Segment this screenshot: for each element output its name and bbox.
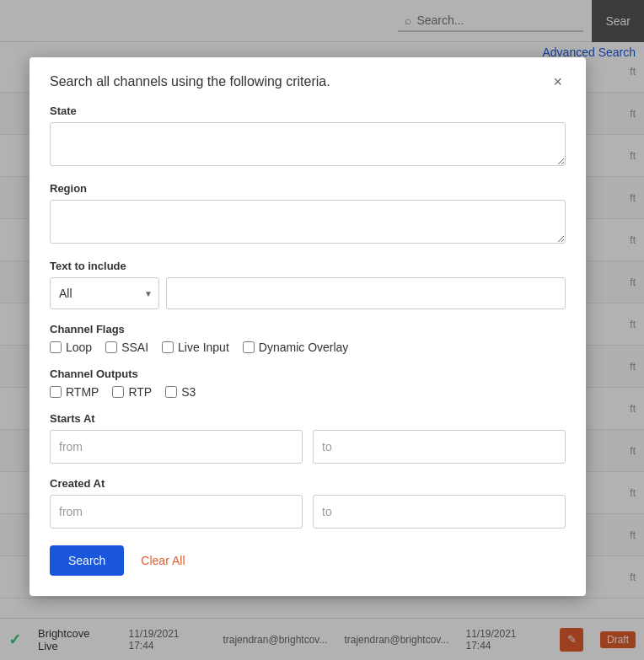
starts-at-row xyxy=(50,430,566,464)
flag-loop[interactable]: Loop xyxy=(50,341,92,354)
dialog-header: Search all channels using the following … xyxy=(50,74,566,89)
flags-row: Loop SSAI Live Input Dynamic Overlay xyxy=(50,341,566,354)
output-rtmp-label: RTMP xyxy=(66,385,99,399)
starts-at-from-input[interactable] xyxy=(50,430,303,464)
flag-loop-label: Loop xyxy=(66,341,92,354)
action-row: Search Clear All xyxy=(50,545,566,576)
flag-dynamic-overlay[interactable]: Dynamic Overlay xyxy=(243,341,349,354)
channel-flags-section: Channel Flags Loop SSAI Live Input Dynam… xyxy=(50,323,566,354)
text-include-label: Text to include xyxy=(50,260,566,272)
output-rtp-checkbox[interactable] xyxy=(112,386,124,398)
output-s3-checkbox[interactable] xyxy=(165,386,177,398)
starts-at-to-input[interactable] xyxy=(313,430,566,464)
flag-dynamic-overlay-checkbox[interactable] xyxy=(243,341,255,353)
dialog-title: Search all channels using the following … xyxy=(50,74,330,89)
output-rtmp[interactable]: RTMP xyxy=(50,385,99,399)
text-include-input[interactable] xyxy=(166,277,566,309)
region-input[interactable] xyxy=(50,200,566,244)
region-section: Region xyxy=(50,182,566,246)
flag-live-input[interactable]: Live Input xyxy=(162,341,229,354)
channel-outputs-label: Channel Outputs xyxy=(50,368,566,380)
created-at-to-input[interactable] xyxy=(313,495,566,529)
output-rtp[interactable]: RTP xyxy=(112,385,152,399)
text-type-select-wrapper: All Name Description Tags ▼ xyxy=(50,277,159,309)
channel-flags-label: Channel Flags xyxy=(50,323,566,335)
close-button[interactable]: × xyxy=(550,74,566,89)
created-at-row xyxy=(50,495,566,529)
text-include-section: Text to include All Name Description Tag… xyxy=(50,260,566,309)
outputs-row: RTMP RTP S3 xyxy=(50,385,566,399)
advanced-search-dialog: Search all channels using the following … xyxy=(30,57,586,596)
region-label: Region xyxy=(50,182,566,195)
flag-live-input-label: Live Input xyxy=(178,341,229,354)
output-rtp-label: RTP xyxy=(128,385,152,399)
flag-dynamic-overlay-label: Dynamic Overlay xyxy=(259,341,349,354)
channel-outputs-section: Channel Outputs RTMP RTP S3 xyxy=(50,368,566,399)
created-at-label: Created At xyxy=(50,477,566,490)
flag-live-input-checkbox[interactable] xyxy=(162,341,174,353)
state-input[interactable] xyxy=(50,122,566,166)
output-rtmp-checkbox[interactable] xyxy=(50,386,62,398)
flag-ssai-checkbox[interactable] xyxy=(105,341,117,353)
text-type-select[interactable]: All Name Description Tags xyxy=(50,277,159,309)
state-label: State xyxy=(50,105,566,117)
starts-at-section: Starts At xyxy=(50,412,566,464)
flag-ssai[interactable]: SSAI xyxy=(105,341,148,354)
search-button[interactable]: Search xyxy=(50,545,124,576)
flag-ssai-label: SSAI xyxy=(121,341,148,354)
state-section: State xyxy=(50,105,566,169)
text-include-row: All Name Description Tags ▼ xyxy=(50,277,566,309)
output-s3[interactable]: S3 xyxy=(165,385,196,399)
flag-loop-checkbox[interactable] xyxy=(50,341,62,353)
starts-at-label: Starts At xyxy=(50,412,566,425)
created-at-section: Created At xyxy=(50,477,566,529)
output-s3-label: S3 xyxy=(181,385,196,399)
created-at-from-input[interactable] xyxy=(50,495,303,529)
clear-all-button[interactable]: Clear All xyxy=(141,554,185,567)
